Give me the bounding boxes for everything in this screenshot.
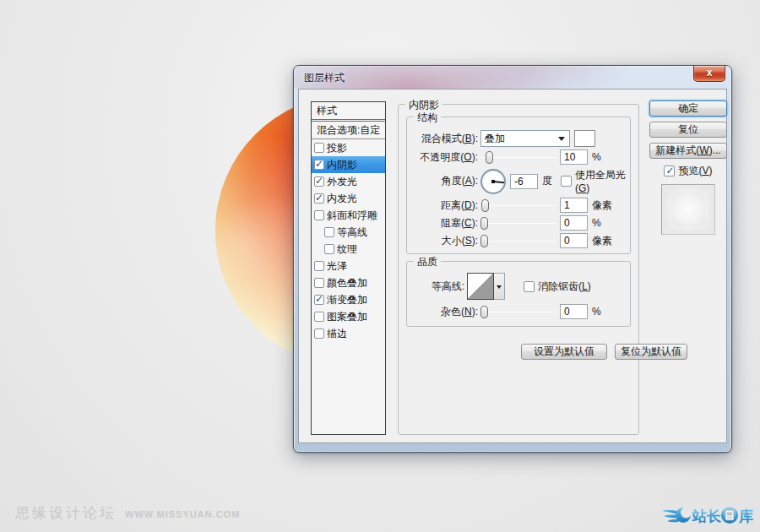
global-light-label: 使用全局光(G): [575, 168, 630, 194]
style-item-6[interactable]: 纹理: [312, 241, 385, 258]
ok-button[interactable]: 确定: [649, 100, 727, 117]
style-item-label: 图案叠加: [327, 310, 367, 324]
angle-dial[interactable]: [480, 169, 506, 194]
slider-thumb[interactable]: [481, 199, 489, 212]
size-slider[interactable]: [480, 235, 556, 247]
style-item-label: 颜色叠加: [327, 276, 367, 290]
size-row: 大小(S): 像素: [407, 233, 630, 248]
blend-mode-label: 混合模式(B):: [409, 132, 478, 146]
noise-label: 杂色(N):: [409, 305, 478, 319]
style-item-9[interactable]: 渐变叠加: [312, 291, 385, 308]
new-style-button[interactable]: 新建样式(W)...: [649, 143, 727, 159]
noise-input[interactable]: [560, 304, 588, 319]
distance-label: 距离(D):: [409, 198, 478, 213]
noise-unit: %: [592, 306, 601, 318]
style-item-checkbox[interactable]: [314, 193, 324, 204]
style-item-1[interactable]: 内阴影: [312, 156, 385, 173]
opacity-slider[interactable]: [480, 151, 556, 164]
style-item-label: 描边: [327, 327, 347, 341]
style-item-2[interactable]: 外发光: [312, 173, 385, 190]
preview-label: 预览(V): [678, 164, 712, 178]
style-item-10[interactable]: 图案叠加: [312, 308, 385, 325]
choke-slider[interactable]: [480, 217, 556, 230]
choke-label: 阻塞(C):: [409, 216, 478, 231]
distance-slider[interactable]: [480, 199, 556, 212]
style-item-checkbox[interactable]: [324, 227, 334, 237]
style-item-label: 投影: [327, 141, 347, 155]
contour-thumbnail[interactable]: [467, 273, 494, 300]
style-item-checkbox[interactable]: [314, 160, 324, 170]
style-item-checkbox[interactable]: [314, 210, 324, 220]
slider-track: [480, 312, 556, 312]
style-item-8[interactable]: 颜色叠加: [312, 274, 385, 291]
logo-text-2: 库: [738, 508, 753, 524]
distance-input[interactable]: [560, 198, 588, 213]
dialog-title: 图层样式: [304, 71, 345, 85]
style-item-4[interactable]: 斜面和浮雕: [312, 207, 385, 224]
noise-slider[interactable]: [480, 306, 556, 318]
opacity-input[interactable]: [560, 149, 588, 165]
contour-picker-arrow[interactable]: [494, 273, 505, 300]
style-item-label: 内阴影: [327, 158, 357, 172]
style-preview-glow: [671, 193, 705, 226]
style-item-label: 等高线: [337, 225, 367, 240]
preview-row: 预览(V): [649, 164, 728, 178]
close-button[interactable]: x: [693, 66, 725, 82]
contour-label: 等高线:: [409, 280, 464, 294]
style-item-3[interactable]: 内发光: [312, 190, 385, 207]
antialias-checkbox[interactable]: [524, 281, 535, 292]
style-item-checkbox[interactable]: [314, 312, 324, 322]
blend-mode-row: 混合模式(B): 叠加: [407, 130, 630, 147]
make-default-button[interactable]: 设置为默认值: [521, 344, 607, 360]
style-item-checkbox[interactable]: [314, 328, 324, 339]
blend-mode-select[interactable]: 叠加: [480, 130, 570, 147]
forum-url: WWW.MISSYUAN.COM: [125, 509, 240, 519]
style-item-checkbox[interactable]: [324, 244, 334, 254]
default-buttons-row: 设置为默认值 复位为默认值: [521, 344, 687, 360]
shadow-color-swatch[interactable]: [574, 130, 595, 147]
noise-row: 杂色(N): %: [407, 304, 630, 319]
choke-input[interactable]: [560, 215, 588, 231]
style-item-0[interactable]: 投影: [312, 139, 385, 156]
style-item-label: 斜面和浮雕: [327, 209, 377, 223]
forum-name: 思缘设计论坛: [15, 503, 117, 523]
slider-thumb[interactable]: [480, 217, 488, 230]
slider-thumb[interactable]: [480, 235, 488, 247]
preview-checkbox[interactable]: [664, 166, 675, 176]
style-item-label: 渐变叠加: [327, 293, 367, 307]
inner-shadow-panel: 内阴影 结构 混合模式(B): 叠加 不透明度(O):: [398, 104, 639, 435]
size-unit: 像素: [592, 234, 612, 248]
zzk-logo: 站长 库: [660, 501, 753, 529]
angle-input[interactable]: [510, 174, 538, 189]
angle-center-dot: [491, 180, 495, 183]
style-item-7[interactable]: 光泽: [312, 258, 385, 274]
style-item-label: 光泽: [327, 259, 347, 274]
slider-track: [480, 205, 556, 206]
style-item-label: 内发光: [327, 192, 357, 206]
structure-group: 结构 混合模式(B): 叠加 不透明度(O):: [406, 117, 631, 254]
dialog-client-area: 样式 混合选项:自定 投影内阴影外发光内发光斜面和浮雕等高线纹理光泽颜色叠加渐变…: [298, 89, 727, 443]
global-light-checkbox[interactable]: [561, 176, 572, 187]
slider-track: [480, 241, 556, 242]
slider-thumb[interactable]: [480, 306, 488, 318]
style-item-5[interactable]: 等高线: [312, 224, 385, 241]
style-item-checkbox[interactable]: [314, 295, 324, 305]
style-item-checkbox[interactable]: [314, 278, 324, 288]
forum-watermark: 思缘设计论坛 WWW.MISSYUAN.COM: [15, 503, 240, 523]
dialog-titlebar[interactable]: 图层样式 x: [294, 66, 731, 89]
size-input[interactable]: [560, 233, 588, 248]
style-item-checkbox[interactable]: [314, 261, 324, 271]
opacity-label: 不透明度(O):: [409, 150, 478, 165]
reset-button[interactable]: 复位: [649, 122, 727, 138]
style-item-checkbox[interactable]: [314, 176, 324, 187]
choke-row: 阻塞(C): %: [407, 215, 630, 231]
style-list-header: 样式: [312, 102, 385, 120]
blending-options-item[interactable]: 混合选项:自定: [312, 122, 385, 139]
angle-row: 角度(A): 度 使用全局光(G): [407, 167, 630, 195]
reset-default-button[interactable]: 复位为默认值: [615, 344, 687, 360]
style-item-checkbox[interactable]: [314, 143, 324, 153]
slider-thumb[interactable]: [486, 151, 493, 164]
contour-row: 等高线: 消除锯齿(L): [407, 273, 630, 300]
quality-group: 品质 等高线: 消除锯齿(L) 杂色(N): %: [406, 261, 631, 327]
style-item-11[interactable]: 描边: [312, 325, 385, 342]
